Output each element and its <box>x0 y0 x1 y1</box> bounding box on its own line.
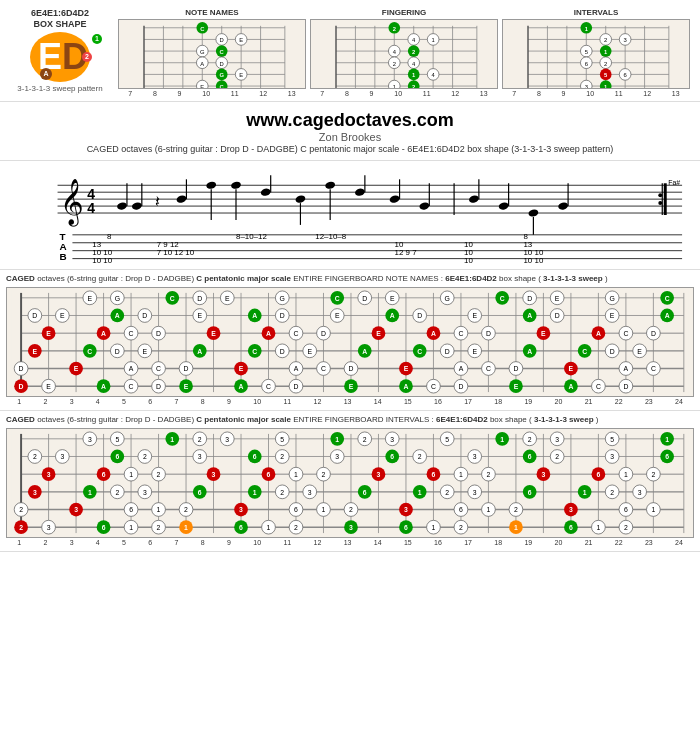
svg-text:3: 3 <box>60 454 64 461</box>
svg-text:E: E <box>376 330 381 337</box>
svg-text:8: 8 <box>107 231 112 240</box>
svg-text:2: 2 <box>115 489 119 496</box>
svg-text:2: 2 <box>651 471 655 478</box>
svg-text:10 10: 10 10 <box>92 255 112 264</box>
diagram-intervals: INTERVALS <box>502 8 690 97</box>
svg-text:D: D <box>294 383 299 390</box>
logo-area: 6E4E1:6D4D2 BOX SHAPE E D 1 2 A 3-1-3-1-… <box>10 8 110 93</box>
svg-text:A: A <box>665 312 670 319</box>
fretboard-full-intervals: 3 5 1 2 3 5 1 2 3 5 1 2 3 5 <box>6 428 694 538</box>
fret-numbers-fingering: 78910111213 <box>310 90 498 97</box>
svg-text:C: C <box>129 330 134 337</box>
svg-text:7  9 12: 7 9 12 <box>157 239 179 248</box>
svg-text:2: 2 <box>322 471 326 478</box>
svg-text:1: 1 <box>322 507 326 514</box>
svg-text:D: D <box>458 383 463 390</box>
fretboard-full-note-names: E G C D E G C D E G C D E G <box>6 287 694 397</box>
svg-text:A: A <box>390 312 395 319</box>
svg-text:A: A <box>266 330 271 337</box>
svg-text:C: C <box>87 348 92 355</box>
svg-text:𝄞: 𝄞 <box>60 179 84 227</box>
svg-text:2: 2 <box>604 37 607 43</box>
svg-text:D: D <box>32 312 37 319</box>
svg-text:C: C <box>170 295 175 302</box>
note-names-title: CAGED octaves (6-string guitar : Drop D … <box>6 274 694 284</box>
svg-text:2: 2 <box>610 489 614 496</box>
svg-point-123 <box>206 180 217 189</box>
svg-text:E: E <box>225 295 230 302</box>
svg-text:E: E <box>349 383 354 390</box>
svg-text:2: 2 <box>294 525 298 532</box>
svg-text:A: A <box>115 312 120 319</box>
svg-text:A: A <box>200 61 204 67</box>
svg-text:2: 2 <box>445 489 449 496</box>
svg-text:3: 3 <box>308 489 312 496</box>
svg-text:1: 1 <box>665 436 669 443</box>
svg-text:E: E <box>211 330 216 337</box>
logo-title: 6E4E1:6D4D2 BOX SHAPE <box>31 8 89 30</box>
svg-point-127 <box>260 187 271 196</box>
svg-text:D: D <box>280 348 285 355</box>
svg-text:E: E <box>307 348 312 355</box>
svg-text:E: E <box>200 84 204 88</box>
svg-text:1: 1 <box>651 507 655 514</box>
svg-text:3: 3 <box>542 471 546 478</box>
svg-text:D: D <box>197 295 202 302</box>
svg-point-142 <box>498 201 509 210</box>
svg-text:2: 2 <box>363 436 367 443</box>
svg-point-116 <box>116 201 127 210</box>
svg-text:2: 2 <box>459 525 463 532</box>
svg-text:A: A <box>568 383 573 390</box>
svg-text:6: 6 <box>253 454 257 461</box>
svg-text:3: 3 <box>47 471 51 478</box>
svg-text:A: A <box>431 330 436 337</box>
svg-text:3: 3 <box>33 489 37 496</box>
svg-text:1: 1 <box>335 436 339 443</box>
svg-text:G: G <box>280 295 285 302</box>
svg-text:6: 6 <box>102 471 106 478</box>
svg-text:E: E <box>637 348 642 355</box>
svg-text:A: A <box>129 365 134 372</box>
svg-text:2: 2 <box>487 471 491 478</box>
svg-text:E: E <box>514 383 519 390</box>
svg-text:2: 2 <box>412 84 415 88</box>
svg-text:3: 3 <box>473 454 477 461</box>
svg-text:𝄽: 𝄽 <box>155 196 160 207</box>
sheet-music: 𝄞 4 4 𝄽 <box>8 165 692 265</box>
svg-text:D: D <box>220 37 224 43</box>
svg-text:3: 3 <box>377 471 381 478</box>
svg-text:D: D <box>184 365 189 372</box>
svg-text:3: 3 <box>585 84 588 88</box>
svg-text:2: 2 <box>19 507 23 514</box>
svg-point-135 <box>389 194 400 203</box>
svg-text:B: B <box>60 250 67 261</box>
svg-text:D: D <box>220 61 224 67</box>
logo-dot-1: 1 <box>92 34 102 44</box>
svg-text:6: 6 <box>239 525 243 532</box>
svg-text:6: 6 <box>267 471 271 478</box>
svg-text:1: 1 <box>624 471 628 478</box>
svg-text:A: A <box>101 383 106 390</box>
svg-text:E: E <box>472 348 477 355</box>
svg-point-133 <box>354 187 365 196</box>
svg-text:6: 6 <box>390 454 394 461</box>
svg-text:2: 2 <box>280 489 284 496</box>
svg-text:C: C <box>252 348 257 355</box>
svg-text:2: 2 <box>604 61 607 67</box>
svg-text:1: 1 <box>487 507 491 514</box>
svg-text:5: 5 <box>585 49 588 55</box>
svg-point-151 <box>658 201 662 205</box>
diagram-intervals-label: INTERVALS <box>574 8 619 17</box>
svg-text:1: 1 <box>129 471 133 478</box>
svg-text:A: A <box>197 348 202 355</box>
svg-point-144 <box>528 208 539 217</box>
svg-point-146 <box>557 201 568 210</box>
svg-text:1: 1 <box>432 525 436 532</box>
website-author: Zon Brookes <box>0 131 700 143</box>
svg-text:2: 2 <box>349 507 353 514</box>
svg-text:E: E <box>569 365 574 372</box>
svg-text:E: E <box>239 37 243 43</box>
svg-text:D: D <box>513 365 518 372</box>
svg-text:A: A <box>624 365 629 372</box>
svg-text:1: 1 <box>170 436 174 443</box>
